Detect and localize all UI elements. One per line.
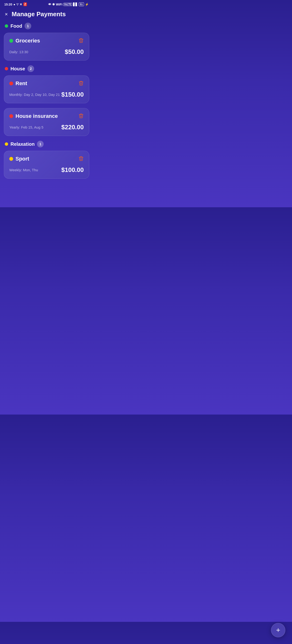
delete-button-groceries[interactable] bbox=[78, 38, 84, 44]
battery-level: 51 bbox=[79, 2, 84, 6]
card-dot-rent bbox=[9, 82, 13, 86]
wifi-icon: ● bbox=[13, 2, 15, 6]
category-header-relaxation: Relaxation1 bbox=[4, 141, 89, 148]
card-schedule-groceries: Daily: 13:30 bbox=[9, 50, 28, 54]
card-bottom-sport: Weekly: Mon, Thu$100.00 bbox=[9, 166, 84, 174]
card-title-row-rent: Rent bbox=[9, 80, 27, 86]
card-schedule-sport: Weekly: Mon, Thu bbox=[9, 168, 38, 172]
category-name-food: Food bbox=[10, 23, 22, 29]
card-amount-house-insurance: $220.00 bbox=[61, 124, 84, 131]
category-section-food: Food1Groceries Daily: 13:30$50.00 bbox=[4, 23, 89, 60]
twitter-icon: ✕ bbox=[20, 2, 22, 6]
delete-button-house-insurance[interactable] bbox=[78, 113, 84, 119]
card-title-sport: Sport bbox=[16, 156, 29, 162]
category-section-house: House2Rent Monthly: Day 2, Day 10, Day 2… bbox=[4, 65, 89, 136]
bluetooth-icon: ✱ bbox=[52, 2, 55, 6]
delete-button-sport[interactable] bbox=[78, 156, 84, 162]
card-top-sport: Sport bbox=[9, 156, 84, 162]
card-title-house-insurance: House insurance bbox=[16, 113, 58, 119]
card-title-row-sport: Sport bbox=[9, 156, 29, 162]
card-title-rent: Rent bbox=[16, 80, 27, 86]
page-title: Manage Payments bbox=[12, 10, 66, 18]
category-dot-house bbox=[5, 67, 8, 70]
category-header-house: House2 bbox=[4, 65, 89, 72]
vpn-icon: ▽ bbox=[16, 3, 18, 6]
card-title-groceries: Groceries bbox=[16, 38, 40, 44]
payment-card-sport: Sport Weekly: Mon, Thu$100.00 bbox=[4, 151, 89, 179]
card-dot-house-insurance bbox=[9, 114, 13, 118]
payment-card-house-insurance: House insurance Yearly: Feb 15, Aug 5$22… bbox=[4, 108, 89, 136]
card-bottom-rent: Monthly: Day 2, Day 10, Day 21$150.00 bbox=[9, 91, 84, 98]
notification-icon: Z bbox=[24, 2, 27, 6]
status-time: 15:20 bbox=[4, 2, 12, 6]
card-top-groceries: Groceries bbox=[9, 38, 84, 44]
category-header-food: Food1 bbox=[4, 23, 89, 29]
card-amount-groceries: $50.00 bbox=[65, 48, 84, 56]
card-schedule-house-insurance: Yearly: Feb 15, Aug 5 bbox=[9, 125, 44, 129]
category-name-house: House bbox=[10, 66, 25, 72]
status-bar: 15:20 ● ▽ ✕ Z 👁 ✱ WiFi VoLTE ▋▋ 51 ⚡ bbox=[0, 0, 93, 8]
card-top-rent: Rent bbox=[9, 80, 84, 86]
card-title-row-groceries: Groceries bbox=[9, 38, 40, 44]
card-bottom-house-insurance: Yearly: Feb 15, Aug 5$220.00 bbox=[9, 124, 84, 131]
eye-icon: 👁 bbox=[48, 2, 51, 6]
category-name-relaxation: Relaxation bbox=[10, 142, 34, 147]
category-dot-relaxation bbox=[5, 142, 8, 146]
card-amount-rent: $150.00 bbox=[61, 91, 84, 98]
delete-button-rent[interactable] bbox=[78, 80, 84, 86]
category-badge-house: 2 bbox=[28, 65, 34, 72]
close-button[interactable]: × bbox=[5, 12, 8, 17]
category-badge-relaxation: 1 bbox=[37, 141, 44, 148]
category-section-relaxation: Relaxation1Sport Weekly: Mon, Thu$100.00 bbox=[4, 141, 89, 179]
card-title-row-house-insurance: House insurance bbox=[9, 113, 58, 119]
category-badge-food: 1 bbox=[24, 23, 31, 29]
status-right: 👁 ✱ WiFi VoLTE ▋▋ 51 ⚡ bbox=[48, 2, 89, 6]
signal-bars-icon: ▋▋ bbox=[73, 2, 78, 6]
card-dot-sport bbox=[9, 157, 13, 161]
card-dot-groceries bbox=[9, 39, 13, 43]
page-header: × Manage Payments bbox=[0, 8, 93, 23]
payment-card-groceries: Groceries Daily: 13:30$50.00 bbox=[4, 33, 89, 60]
charging-icon: ⚡ bbox=[85, 2, 89, 6]
volte-icon: VoLTE bbox=[64, 3, 72, 6]
status-left: 15:20 ● ▽ ✕ Z bbox=[4, 2, 27, 6]
card-amount-sport: $100.00 bbox=[61, 166, 84, 174]
wifi-signal-icon: WiFi bbox=[56, 2, 62, 6]
card-schedule-rent: Monthly: Day 2, Day 10, Day 21 bbox=[9, 92, 60, 96]
payment-card-rent: Rent Monthly: Day 2, Day 10, Day 21$150.… bbox=[4, 75, 89, 103]
card-bottom-groceries: Daily: 13:30$50.00 bbox=[9, 48, 84, 56]
content-area: Food1Groceries Daily: 13:30$50.00House2R… bbox=[0, 23, 93, 207]
card-top-house-insurance: House insurance bbox=[9, 113, 84, 119]
category-dot-food bbox=[5, 24, 8, 28]
